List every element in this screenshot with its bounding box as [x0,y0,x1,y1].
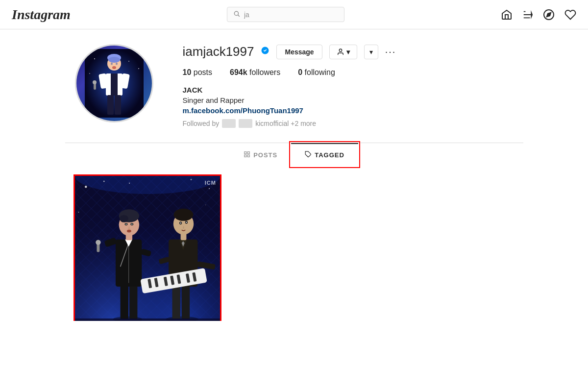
svg-rect-24 [115,95,121,115]
svg-point-61 [120,215,128,222]
svg-rect-28 [247,151,249,153]
follow-arrow: ▾ [346,48,350,56]
svg-marker-4 [547,12,551,16]
heart-icon[interactable] [564,9,576,21]
svg-point-90 [186,222,187,223]
message-button[interactable]: Message [276,45,322,59]
svg-rect-18 [111,73,118,96]
posts-stat[interactable]: 10 posts [183,68,213,77]
svg-point-8 [128,61,129,62]
svg-point-64 [125,223,126,224]
svg-rect-29 [245,155,246,157]
svg-rect-47 [129,285,137,319]
ellipsis-button[interactable]: ··· [385,46,396,57]
follow-button[interactable]: ▾ [329,45,357,59]
bio: Singer and Rapper [183,96,514,104]
website-link[interactable]: m.facebook.com/PhuongTuan1997 [183,106,303,115]
followed-avatar-2 [239,119,252,128]
svg-point-15 [116,63,118,65]
svg-point-6 [94,58,95,59]
svg-point-86 [173,209,193,221]
svg-point-13 [108,57,120,63]
followed-by-names: kicmofficial +2 more [255,120,316,127]
header: Instagram [0,0,588,29]
svg-point-89 [180,222,181,223]
tag-icon [305,151,312,159]
svg-rect-69 [181,285,189,319]
logo: Instagram [12,7,71,23]
followed-by: Followed by kicmofficial +2 more [183,119,514,128]
svg-line-1 [238,15,240,17]
home-icon[interactable] [501,9,513,21]
avatar-wrap [75,44,153,122]
watermark: ICM [205,180,216,186]
svg-point-22 [93,80,97,84]
svg-point-14 [111,63,113,65]
tabs-row: POSTS TAGGED [65,143,523,166]
svg-point-10 [138,68,139,69]
header-icons [501,9,576,21]
search-icon [233,10,240,19]
svg-point-9 [89,73,90,74]
profile-section: iamjack1997 Message ▾ ▾ ··· [65,44,523,128]
svg-rect-23 [107,95,114,115]
display-name: JACK [183,86,514,94]
svg-marker-2 [531,10,533,19]
search-bar[interactable] [227,7,344,22]
search-input[interactable] [244,11,338,19]
svg-point-57 [96,240,100,244]
followed-avatar-1 [222,119,236,128]
more-options-button[interactable]: ▾ [364,45,378,59]
tab-tagged[interactable]: TAGGED [291,143,358,166]
svg-point-0 [234,11,238,15]
svg-rect-46 [120,285,128,319]
tab-posts[interactable]: POSTS [230,143,291,166]
grid-icon [244,151,250,159]
svg-point-66 [126,230,131,233]
compass-icon[interactable] [543,9,555,21]
svg-rect-91 [75,318,220,321]
concert-scene: ICM [75,176,220,321]
svg-rect-68 [172,285,180,319]
svg-point-16 [112,66,116,69]
verified-badge [261,46,270,57]
username: iamjack1997 [183,44,254,59]
profile-info: iamjack1997 Message ▾ ▾ ··· [183,44,514,128]
svg-rect-27 [245,151,246,153]
avatar [75,44,153,122]
explore-icon[interactable] [522,9,533,21]
stats-row: 10 posts 694k followers 0 following [183,68,514,77]
following-stat[interactable]: 0 following [298,68,335,77]
svg-point-26 [339,49,342,51]
posts-grid: ICM [65,176,523,321]
followers-stat[interactable]: 694k followers [230,68,280,77]
svg-rect-30 [247,155,249,157]
tagged-post-1[interactable]: ICM [75,176,220,321]
profile-top: iamjack1997 Message ▾ ▾ ··· [183,44,514,59]
svg-point-65 [131,223,132,224]
